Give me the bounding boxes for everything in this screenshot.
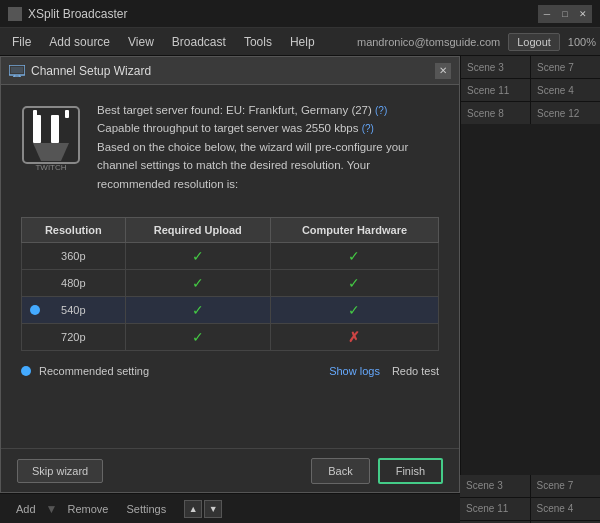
help-link-1[interactable]: (?) [375, 105, 387, 116]
scene-grid: Scene 3 Scene 7 Scene 11 Scene 4 Scene 8… [461, 56, 600, 124]
monitor-icon [9, 65, 25, 77]
svg-rect-6 [33, 115, 41, 143]
upload-360p: ✓ [125, 242, 270, 269]
dialog-footer-right: Back Finish [311, 458, 443, 484]
recommended-row: Recommended setting Show logs Redo test [21, 359, 439, 383]
dialog-title-bar: Channel Setup Wizard ✕ [1, 57, 459, 85]
col-resolution: Resolution [22, 217, 126, 242]
redo-test-link[interactable]: Redo test [392, 365, 439, 377]
hw-360p: ✓ [270, 242, 438, 269]
row-540p[interactable]: 540p ✓ ✓ [22, 296, 439, 323]
hw-480p: ✓ [270, 269, 438, 296]
recommended-dot [21, 366, 31, 376]
throughput-info: Capable throughput to target server was … [97, 119, 439, 137]
scene-cell-12[interactable]: Scene 12 [531, 102, 600, 124]
dialog-info: Best target server found: EU: Frankfurt,… [97, 101, 439, 205]
bottom-right-scenes: Scene 3 Scene 7 Scene 11 Scene 4 Scene 8… [460, 475, 600, 524]
add-button[interactable]: Add [8, 500, 44, 518]
back-button[interactable]: Back [311, 458, 369, 484]
minimize-button[interactable]: ─ [538, 5, 556, 23]
app-title: XSplit Broadcaster [28, 7, 127, 21]
skip-wizard-button[interactable]: Skip wizard [17, 459, 103, 483]
dialog-close-button[interactable]: ✕ [435, 63, 451, 79]
menu-tools[interactable]: Tools [236, 32, 280, 52]
scene-cell-3[interactable]: Scene 3 [461, 56, 530, 78]
remove-button[interactable]: Remove [59, 500, 116, 518]
row-360p[interactable]: 360p ✓ ✓ [22, 242, 439, 269]
svg-rect-4 [11, 67, 23, 73]
recommended-left: Recommended setting [21, 365, 149, 377]
bottom-left: Add ▼ Remove Settings ▲ ▼ [0, 500, 460, 518]
upload-720p: ✓ [125, 323, 270, 350]
zoom-level: 100% [568, 36, 596, 48]
upload-540p: ✓ [125, 296, 270, 323]
bottom-scene-11[interactable]: Scene 11 [460, 498, 530, 520]
scene-cell-8[interactable]: Scene 8 [461, 102, 530, 124]
row-480p[interactable]: 480p ✓ ✓ [22, 269, 439, 296]
res-360p: 360p [22, 242, 126, 269]
user-email: mandronico@tomsguide.com [357, 36, 500, 48]
dialog-title-text: Channel Setup Wizard [31, 64, 151, 78]
scene-cell-11[interactable]: Scene 11 [461, 79, 530, 101]
res-720p: 720p [22, 323, 126, 350]
menu-right: mandronico@tomsguide.com Logout 100% [357, 33, 596, 51]
col-computer-hardware: Computer Hardware [270, 217, 438, 242]
help-link-2[interactable]: (?) [362, 123, 374, 134]
svg-rect-8 [33, 110, 37, 118]
bottom-bar: Add ▼ Remove Settings ▲ ▼ Scene 3 Scene … [0, 493, 600, 523]
dialog-footer: Skip wizard Back Finish [1, 448, 459, 492]
recommended-label: Recommended setting [39, 365, 149, 377]
menu-items: File Add source View Broadcast Tools Hel… [4, 32, 323, 52]
title-bar-left: XSplit Broadcaster [8, 7, 127, 21]
bottom-scene-3[interactable]: Scene 3 [460, 475, 530, 497]
menu-help[interactable]: Help [282, 32, 323, 52]
arrow-down-button[interactable]: ▼ [204, 500, 222, 518]
row-720p[interactable]: 720p ✓ ✗ [22, 323, 439, 350]
description-text: Based on the choice below, the wizard wi… [97, 138, 439, 193]
arrow-up-button[interactable]: ▲ [184, 500, 202, 518]
channel-setup-dialog: Channel Setup Wizard ✕ TWITCH Best targe… [0, 56, 460, 493]
dialog-title-left: Channel Setup Wizard [9, 64, 151, 78]
logout-button[interactable]: Logout [508, 33, 560, 51]
menu-add-source[interactable]: Add source [41, 32, 118, 52]
settings-button[interactable]: Settings [118, 500, 174, 518]
server-info: Best target server found: EU: Frankfurt,… [97, 101, 439, 119]
res-480p: 480p [22, 269, 126, 296]
menu-view[interactable]: View [120, 32, 162, 52]
right-panel: Scene 3 Scene 7 Scene 11 Scene 4 Scene 8… [460, 56, 600, 493]
title-bar: XSplit Broadcaster ─ □ ✕ [0, 0, 600, 28]
svg-rect-9 [65, 110, 69, 118]
menu-broadcast[interactable]: Broadcast [164, 32, 234, 52]
svg-rect-7 [51, 115, 59, 143]
scene-cell-7[interactable]: Scene 7 [531, 56, 600, 78]
scene-cell-4[interactable]: Scene 4 [531, 79, 600, 101]
window-controls: ─ □ ✕ [538, 5, 592, 23]
bottom-scene-7[interactable]: Scene 7 [531, 475, 601, 497]
resolution-table: Resolution Required Upload Computer Hard… [21, 217, 439, 351]
upload-480p: ✓ [125, 269, 270, 296]
dialog-body: TWITCH Best target server found: EU: Fra… [1, 85, 459, 399]
close-button[interactable]: ✕ [574, 5, 592, 23]
hw-720p: ✗ [270, 323, 438, 350]
res-540p: 540p [22, 296, 126, 323]
show-logs-link[interactable]: Show logs [329, 365, 380, 377]
recommended-right: Show logs Redo test [329, 365, 439, 377]
bottom-arrows: ▲ ▼ [184, 500, 222, 518]
bottom-scene-4[interactable]: Scene 4 [531, 498, 601, 520]
maximize-button[interactable]: □ [556, 5, 574, 23]
finish-button[interactable]: Finish [378, 458, 443, 484]
twitch-logo: TWITCH [21, 105, 81, 175]
app-icon [8, 7, 22, 21]
hw-540p: ✓ [270, 296, 438, 323]
selected-dot [30, 305, 40, 315]
menu-bar: File Add source View Broadcast Tools Hel… [0, 28, 600, 56]
menu-file[interactable]: File [4, 32, 39, 52]
svg-text:TWITCH: TWITCH [35, 163, 66, 172]
col-required-upload: Required Upload [125, 217, 270, 242]
